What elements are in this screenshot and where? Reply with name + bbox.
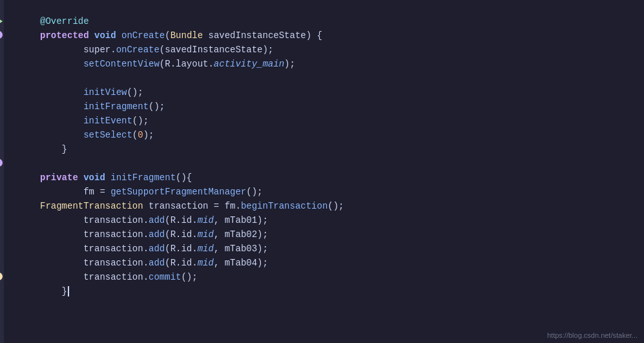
class-token: Bundle <box>171 30 203 41</box>
line-number-gutter <box>4 0 30 343</box>
gutter-line <box>4 171 25 185</box>
method-name-token: initFragment <box>110 172 176 183</box>
code-line: fm = getSupportFragmentManager(); <box>40 185 644 199</box>
field-token: activity_main <box>214 59 284 69</box>
method-name-token: commit <box>149 272 181 282</box>
code-line: transaction.add(R.id.mid, mTab01); <box>40 213 644 227</box>
method-name-token: add <box>149 229 165 240</box>
code-line: } <box>40 284 644 298</box>
code-line: transaction.add(R.id.mid, mTab04); <box>40 256 644 270</box>
gutter-line <box>4 128 25 142</box>
code-line: initView(); <box>40 85 644 99</box>
gutter-line <box>4 242 25 256</box>
code-line: @Override <box>40 14 644 28</box>
code-line: setSelect(0); <box>40 128 644 142</box>
code-line <box>40 0 644 14</box>
method-name-token: initFragment <box>83 101 149 112</box>
gutter-line <box>4 43 25 57</box>
annotation-token: @Override <box>40 16 89 26</box>
gutter-line <box>4 199 25 213</box>
gutter-line <box>4 71 25 85</box>
method-name-token: onCreate <box>121 30 165 41</box>
class-token: FragmentTransaction <box>40 201 143 211</box>
gutter-line <box>4 28 25 43</box>
method-name-token: getSupportFragmentManager <box>110 187 246 197</box>
code-line: FragmentTransaction transaction = fm.beg… <box>40 199 644 213</box>
gutter-line <box>4 256 25 270</box>
code-line: protected void onCreate(Bundle savedInst… <box>40 28 644 43</box>
field-token: mid <box>198 258 214 268</box>
method-name-token: add <box>149 215 165 225</box>
method-name-token: add <box>149 244 165 254</box>
keyword-token: protected <box>40 30 89 41</box>
method-name-token: add <box>149 258 165 268</box>
gutter-line <box>4 0 25 14</box>
cursor <box>68 286 74 296</box>
code-line: super.onCreate(savedInstanceState); <box>40 43 644 57</box>
method-name-token: setSelect <box>83 130 132 140</box>
watermark-text: https://blog.csdn.net/staker... <box>547 331 638 339</box>
gutter-line <box>4 156 25 171</box>
method-name-token: onCreate <box>116 45 160 55</box>
code-editor: @Override protected void onCreate(Bundle… <box>0 0 644 343</box>
gutter-line <box>4 227 25 242</box>
field-token: mid <box>198 229 214 240</box>
gutter-line <box>4 185 25 199</box>
gutter-line <box>4 114 25 128</box>
code-line: initEvent(); <box>40 114 644 128</box>
gutter-line <box>4 85 25 99</box>
keyword-token: void <box>94 30 116 41</box>
gutter-line <box>4 99 25 114</box>
method-name-token: setContentView <box>83 59 160 69</box>
code-line: transaction.add(R.id.mid, mTab03); <box>40 242 644 256</box>
gutter-line <box>4 14 25 28</box>
code-line: initFragment(); <box>40 99 644 114</box>
code-line: } <box>40 142 644 156</box>
code-line <box>40 71 644 85</box>
code-line: private void initFragment(){ <box>40 171 644 185</box>
gutter-line <box>4 57 25 71</box>
keyword-token: void <box>83 172 105 183</box>
code-content: @Override protected void onCreate(Bundle… <box>30 0 644 343</box>
method-name-token: initEvent <box>83 116 132 126</box>
method-name-token: beginTransaction <box>241 201 327 211</box>
field-token: mid <box>198 244 214 254</box>
gutter-line <box>4 213 25 227</box>
keyword-token: private <box>40 172 78 183</box>
method-name-token: initView <box>83 87 127 98</box>
breakpoint-arrow-icon <box>0 16 3 26</box>
field-token: mid <box>198 215 214 225</box>
code-line: transaction.add(R.id.mid, mTab02); <box>40 227 644 242</box>
gutter-line <box>4 142 25 156</box>
number-token: 0 <box>138 130 143 140</box>
code-line: transaction.commit(); <box>40 270 644 284</box>
code-line <box>40 156 644 171</box>
code-line: setContentView(R.layout.activity_main); <box>40 57 644 71</box>
gutter-line <box>4 270 25 284</box>
